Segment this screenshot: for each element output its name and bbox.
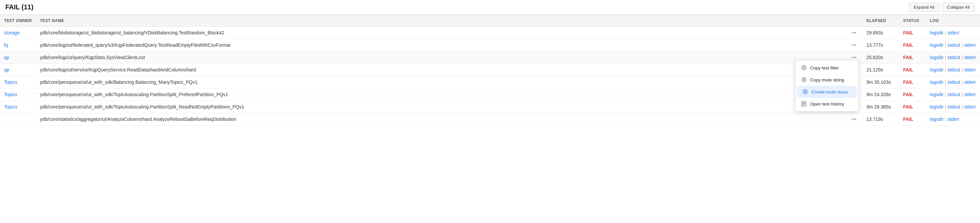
create-mute-issue-label: Create mute issue bbox=[811, 89, 848, 94]
cell-log: logsdir|stderr bbox=[926, 113, 980, 126]
cell-elapsed: 13.719s bbox=[862, 113, 899, 126]
log-link-stderr[interactable]: stderr bbox=[964, 80, 976, 85]
status-badge: FAIL bbox=[903, 92, 913, 97]
log-link-stderr[interactable]: stderr bbox=[964, 67, 976, 72]
svg-point-1 bbox=[803, 67, 805, 69]
context-menu-item-open-test-history[interactable]: Open test history bbox=[795, 98, 858, 110]
context-menu-trigger[interactable]: ••• bbox=[850, 54, 859, 61]
table-row: storageydb/core/blobstorage/ut_blobstora… bbox=[0, 27, 980, 39]
cell-name: ydb/core/kqp/ut/service/KqpQueryService.… bbox=[36, 64, 862, 76]
svg-point-3 bbox=[803, 79, 805, 81]
context-menu-trigger[interactable]: ••• bbox=[850, 116, 859, 123]
cell-elapsed: 9m 35.103s bbox=[862, 76, 899, 88]
context-menu-item-create-mute-issue[interactable]: Create mute issue bbox=[797, 86, 857, 98]
log-link-stdout[interactable]: stdout bbox=[947, 67, 960, 72]
owner-link[interactable]: Topics bbox=[4, 92, 18, 97]
log-separator: | bbox=[962, 55, 963, 60]
log-separator: | bbox=[962, 42, 963, 48]
cell-log: logsdir|stdout|stderr bbox=[926, 39, 980, 51]
cell-name: ydb/core/blobstorage/ut_blobstorage/ut_b… bbox=[36, 27, 862, 39]
results-table: TEST OWNER TEST NAME ELAPSED STATUS LOG … bbox=[0, 15, 980, 126]
col-header-elapsed: ELAPSED bbox=[862, 15, 899, 27]
copy-mute-string-icon bbox=[801, 77, 807, 83]
cell-log: logsdir|stdout|stderr bbox=[926, 76, 980, 88]
cell-status: FAIL bbox=[899, 27, 926, 39]
log-link-stderr[interactable]: stderr bbox=[964, 104, 976, 110]
cell-owner bbox=[0, 113, 36, 126]
test-name-text: ydb/core/persqueue/ut/ut_with_sdk/TopicA… bbox=[40, 92, 859, 97]
cell-status: FAIL bbox=[899, 76, 926, 88]
owner-link[interactable]: fq bbox=[4, 42, 8, 48]
status-badge: FAIL bbox=[903, 67, 913, 72]
collapse-all-button[interactable]: Collapse All bbox=[942, 3, 975, 12]
cell-status: FAIL bbox=[899, 39, 926, 51]
log-link-logsdir[interactable]: logsdir bbox=[930, 92, 943, 97]
log-link-logsdir[interactable]: logsdir bbox=[930, 30, 943, 35]
cell-status: FAIL bbox=[899, 113, 926, 126]
context-menu-item-copy-mute-string[interactable]: Copy mute string bbox=[795, 74, 858, 86]
owner-link[interactable]: Topics bbox=[4, 80, 18, 85]
cell-status: FAIL bbox=[899, 101, 926, 113]
log-link-stdout[interactable]: stdout bbox=[947, 104, 960, 110]
log-separator: | bbox=[945, 67, 946, 72]
log-separator: | bbox=[945, 104, 946, 110]
log-link-logsdir[interactable]: logsdir bbox=[930, 116, 943, 122]
log-separator: | bbox=[945, 42, 946, 48]
svg-point-2 bbox=[802, 78, 806, 82]
log-link-stdout[interactable]: stdout bbox=[947, 80, 960, 85]
log-link-stdout[interactable]: stdout bbox=[947, 42, 960, 48]
test-name-text: ydb/core/kqp/ut/federated_query/s3/KqpFe… bbox=[40, 42, 850, 48]
expand-all-button[interactable]: Expand All bbox=[909, 3, 939, 12]
col-header-owner: TEST OWNER bbox=[0, 15, 36, 27]
cell-elapsed: 25.620s bbox=[862, 51, 899, 64]
cell-name: ydb/core/statistics/aggregator/ut/Analyz… bbox=[36, 113, 862, 126]
log-link-logsdir[interactable]: logsdir bbox=[930, 67, 943, 72]
owner-link[interactable]: qp bbox=[4, 67, 10, 72]
cell-status: FAIL bbox=[899, 64, 926, 76]
log-link-logsdir[interactable]: logsdir bbox=[930, 104, 943, 110]
menu-wrapper: ••• bbox=[850, 116, 859, 122]
log-link-logsdir[interactable]: logsdir bbox=[930, 42, 943, 48]
cell-name: ydb/core/persqueue/ut/ut_with_sdk/TopicA… bbox=[36, 101, 862, 113]
cell-owner: Topics bbox=[0, 76, 36, 88]
status-badge: FAIL bbox=[903, 80, 913, 85]
open-test-history-label: Open test history bbox=[810, 102, 844, 107]
cell-owner: qp bbox=[0, 51, 36, 64]
cell-log: logsdir|stdout|stderr bbox=[926, 88, 980, 101]
open-test-history-icon bbox=[801, 101, 807, 107]
log-separator: | bbox=[945, 116, 946, 122]
cell-owner: fq bbox=[0, 39, 36, 51]
log-link-stderr[interactable]: stderr bbox=[964, 92, 976, 97]
test-name-text: ydb/core/kqp/ut/query/KqpStats.SysViewCl… bbox=[40, 55, 850, 60]
status-badge: FAIL bbox=[903, 42, 913, 48]
context-menu-item-copy-test-filter[interactable]: Copy test filter bbox=[795, 62, 858, 74]
log-link-logsdir[interactable]: logsdir bbox=[930, 55, 943, 60]
context-menu-trigger[interactable]: ••• bbox=[850, 29, 859, 36]
log-separator: | bbox=[962, 67, 963, 72]
log-link-stdout[interactable]: stdout bbox=[947, 55, 960, 60]
copy-test-filter-label: Copy test filter bbox=[810, 65, 839, 70]
owner-link[interactable]: qp bbox=[4, 55, 10, 60]
status-badge: FAIL bbox=[903, 30, 913, 35]
log-link-stderr[interactable]: stderr bbox=[947, 116, 959, 122]
log-link-stderr[interactable]: stderr bbox=[964, 42, 976, 48]
cell-elapsed: 9m 26.385s bbox=[862, 101, 899, 113]
cell-name: ydb/core/persqueue/ut/ut_with_sdk/TopicA… bbox=[36, 88, 862, 101]
log-link-logsdir[interactable]: logsdir bbox=[930, 80, 943, 85]
log-link-stderr[interactable]: stderr bbox=[964, 55, 976, 60]
owner-link[interactable]: storage bbox=[4, 30, 20, 35]
context-menu-trigger[interactable]: ••• bbox=[850, 42, 859, 48]
log-separator: | bbox=[962, 92, 963, 97]
cell-elapsed: 21.129s bbox=[862, 64, 899, 76]
col-header-status: STATUS bbox=[899, 15, 926, 27]
cell-name: ydb/core/persqueue/ut/ut_with_sdk/Balanc… bbox=[36, 76, 862, 88]
owner-link[interactable]: Topics bbox=[4, 104, 18, 110]
page-title: FAIL (11) bbox=[5, 3, 33, 11]
test-name-text: ydb/core/kqp/ut/service/KqpQueryService.… bbox=[40, 67, 859, 72]
log-link-stderr[interactable]: stderr bbox=[947, 30, 959, 35]
header-actions: Expand All Collapse All bbox=[909, 3, 975, 12]
cell-owner: storage bbox=[0, 27, 36, 39]
log-link-stdout[interactable]: stdout bbox=[947, 92, 960, 97]
copy-mute-string-label: Copy mute string bbox=[810, 78, 844, 83]
log-separator: | bbox=[962, 104, 963, 110]
